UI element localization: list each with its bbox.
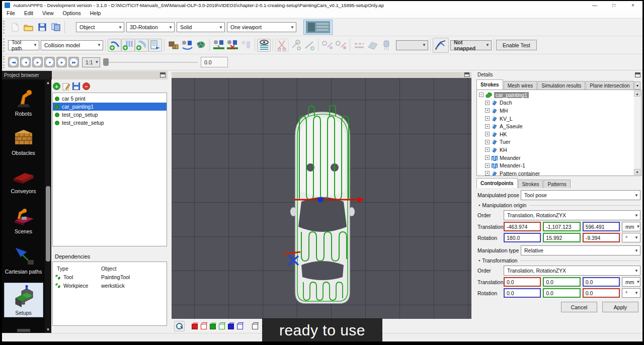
speed-ratio-dropdown[interactable]: 1:1▼ <box>82 57 100 67</box>
sidebar-item-setups[interactable]: Setups <box>4 283 43 317</box>
tab-mesh-wires[interactable]: Mesh wires <box>504 81 537 90</box>
transform-translation-x-field[interactable]: 0.0 <box>504 277 541 287</box>
expand-icon[interactable]: + <box>485 132 490 136</box>
add-setup-button[interactable]: + <box>53 82 60 90</box>
menu-options[interactable]: Options <box>58 9 86 18</box>
collision-model-dropdown[interactable]: Collision model▼ <box>41 40 103 50</box>
measure-button[interactable] <box>352 39 366 52</box>
collision-boxes-button[interactable] <box>167 39 180 52</box>
timeline-slider[interactable] <box>103 57 198 67</box>
step-forward-button[interactable]: ▶ <box>56 57 67 67</box>
export-strokes-button[interactable] <box>148 39 162 52</box>
remove-setup-button[interactable]: − <box>83 82 90 90</box>
tool-option-dropdown[interactable]: ▼ <box>396 40 428 50</box>
view-cube-green-wire-button[interactable] <box>219 322 226 329</box>
attach-tool-path-button[interactable] <box>180 39 194 52</box>
menu-edit[interactable]: Edit <box>20 9 38 18</box>
view-cube-blue-solid-button[interactable] <box>228 322 235 329</box>
collapse-icon[interactable]: − <box>479 93 484 97</box>
scroll-down-icon[interactable]: ▼ <box>45 326 51 333</box>
plane-button[interactable] <box>366 39 379 52</box>
tab-strokes[interactable]: Strokes <box>476 79 503 90</box>
transform-rotation-z-field[interactable]: 0.0 <box>504 288 541 298</box>
rotation-x-field[interactable]: -9.394 <box>583 233 620 242</box>
close-button[interactable]: × <box>623 2 642 9</box>
tree-item[interactable]: + Meander-1 <box>477 161 641 169</box>
view-cube-red-solid-button[interactable] <box>192 322 199 329</box>
tree-root-row[interactable]: − car_painting1 <box>477 91 641 99</box>
expand-icon[interactable]: + <box>485 147 490 152</box>
translation-x-field[interactable]: -463.974 <box>504 222 541 231</box>
snap-status-dropdown[interactable]: Not snapped▼ <box>450 40 492 50</box>
manipulated-pose-dropdown[interactable]: Tool pose▼ <box>521 190 640 200</box>
scroll-thumb[interactable] <box>46 186 50 262</box>
transform-order-dropdown[interactable]: Translation, RotationZYX▼ <box>504 266 640 276</box>
scroll-down-icon[interactable]: ▼ <box>634 169 640 175</box>
tree-item[interactable]: + Meander <box>477 154 641 162</box>
sidebar-item-robots[interactable]: Robots <box>4 84 43 118</box>
undock-icon[interactable] <box>160 72 166 77</box>
expand-icon[interactable]: + <box>485 163 490 168</box>
expand-icon[interactable]: + <box>485 101 490 105</box>
transform-rotation-y-field[interactable]: 0.0 <box>543 288 580 298</box>
zoom-tool-button[interactable] <box>174 321 185 331</box>
step-back-button[interactable]: ◀ <box>20 57 31 67</box>
tree-scrollbar[interactable]: ▲ ▼ <box>634 91 640 175</box>
merge-pair-button[interactable] <box>334 39 348 52</box>
list-item[interactable]: car 5 print <box>53 95 167 103</box>
undock-icon[interactable] <box>635 72 640 77</box>
scroll-up-icon[interactable]: ▲ <box>45 79 51 86</box>
table-row[interactable]: Workpiece werkstück <box>55 281 167 290</box>
view-cube-green-solid-button[interactable] <box>210 322 217 329</box>
viewport-preview-button[interactable] <box>303 20 333 35</box>
sidebar-item-scenes[interactable]: Scenes <box>4 202 43 236</box>
menu-help[interactable]: Help <box>86 9 106 18</box>
tab-simulation-results[interactable]: Simulation results <box>537 81 585 90</box>
manipulation-mode-dropdown[interactable]: Object▼ <box>76 22 124 32</box>
scroll-up-icon[interactable]: ▲ <box>634 91 640 97</box>
probe-add-button[interactable] <box>289 39 302 52</box>
enable-test-button[interactable]: Enable Test <box>496 40 537 50</box>
add-stroke-button[interactable] <box>108 39 121 52</box>
sidebar-item-conveyors[interactable]: Conveyors <box>4 164 43 196</box>
transformation-section[interactable]: ▪ Transformation <box>478 257 640 264</box>
place-on-workpiece-button[interactable] <box>212 39 225 52</box>
manipulation-origin-section[interactable]: ▪ Manipulation origin <box>478 202 640 208</box>
render-mode-dropdown[interactable]: Solid▼ <box>177 22 225 32</box>
ghost-pose-button[interactable] <box>239 39 253 52</box>
add-fan-strokes-button[interactable] <box>135 39 148 52</box>
tool-path-dropdown[interactable]: Tool path▼ <box>8 40 39 50</box>
translation-z-field[interactable]: 596.491 <box>583 222 620 231</box>
tree-item[interactable]: + MH <box>477 107 641 115</box>
tree-item[interactable]: + A_Saeule <box>477 122 641 130</box>
view-cube-blue-wire-button[interactable] <box>237 322 244 329</box>
tree-item[interactable]: + Dach <box>477 99 641 107</box>
pause-button[interactable]: ■ <box>44 57 55 67</box>
spray-cylinder-button[interactable] <box>379 39 393 52</box>
rotation-mode-dropdown[interactable]: 3D-Rotation▼ <box>126 22 175 32</box>
expand-icon[interactable]: + <box>485 124 490 129</box>
viewport-layout-dropdown[interactable]: One viewport▼ <box>227 22 296 32</box>
transform-rotation-unit-dropdown[interactable]: °▼ <box>622 288 640 298</box>
translation-unit-dropdown[interactable]: mm▼ <box>622 222 640 231</box>
expand-icon[interactable]: + <box>485 116 490 121</box>
tab-plane-intersection[interactable]: Plane intersection <box>586 81 634 90</box>
play-button[interactable]: ▶ <box>32 57 43 67</box>
remove-from-workpiece-button[interactable] <box>225 39 239 52</box>
tree-item[interactable]: + Tuer <box>477 138 641 146</box>
tab-strokes-sub[interactable]: Strokes <box>518 180 543 188</box>
minimize-button[interactable]: — <box>585 2 604 9</box>
rotation-unit-dropdown[interactable]: °▼ <box>622 233 640 242</box>
list-item[interactable]: test_cop_setup <box>53 111 167 119</box>
translation-y-field[interactable]: -1,107.123 <box>543 222 580 231</box>
table-row[interactable]: Tool PaintingTool <box>55 273 167 281</box>
tab-controlpoints[interactable]: Controlpoints <box>476 178 518 188</box>
manipulation-type-dropdown[interactable]: Relative▼ <box>521 245 640 255</box>
snap-mode-button[interactable] <box>433 38 449 53</box>
save-button[interactable] <box>35 21 49 34</box>
edit-setup-button[interactable] <box>62 82 70 90</box>
sidebar-item-cartesian-paths[interactable]: Cartesian paths <box>4 242 43 276</box>
time-value-field[interactable]: 0.0 <box>201 57 228 67</box>
transform-rotation-x-field[interactable]: 0.0 <box>583 288 620 298</box>
add-parallel-strokes-button[interactable] <box>121 39 135 52</box>
